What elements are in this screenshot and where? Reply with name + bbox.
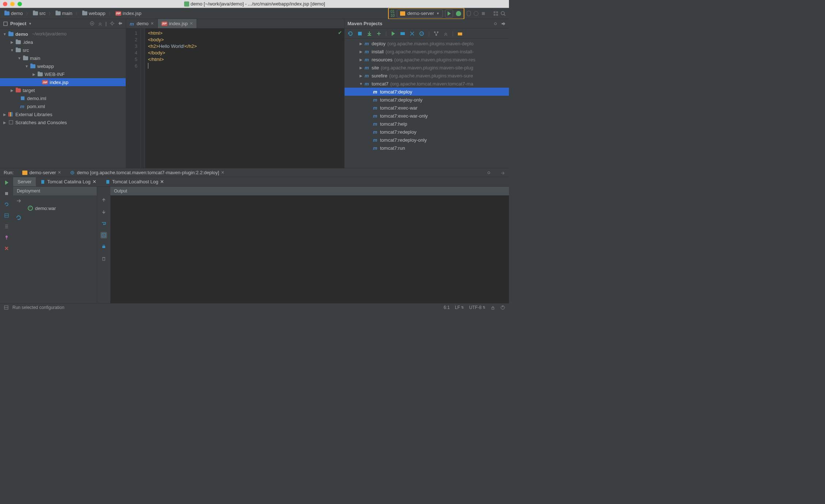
close-window-button[interactable] [3,2,7,6]
expand-arrow-icon[interactable] [10,48,14,52]
tree-node-src[interactable]: src [0,46,126,54]
run-subtab-server[interactable]: Server [13,177,36,186]
collapse-all-icon[interactable] [443,31,449,37]
expand-arrow-icon[interactable] [18,56,21,60]
editor-tab-indexjsp[interactable]: JSP index.jsp ✕ [158,19,197,28]
maven-goal-tomcat7-redeploy-only[interactable]: mtomcat7:redeploy-only [345,136,509,144]
breadcrumb-item[interactable]: main [54,11,74,16]
file-encoding[interactable]: UTF-8⇅ [469,305,486,310]
gear-icon[interactable] [486,170,491,175]
maven-goal-tomcat7-redeploy[interactable]: mtomcat7:redeploy [345,128,509,136]
stop-button[interactable] [3,190,10,197]
deployment-item[interactable]: demo:war [24,195,60,221]
breadcrumb-item[interactable]: src [31,11,47,16]
stop-button[interactable] [480,11,486,16]
close-button[interactable] [3,245,10,252]
maven-tree[interactable]: mdeploy (org.apache.maven.plugins:maven-… [345,39,509,168]
tree-node-target[interactable]: target [0,86,126,94]
up-button[interactable] [100,197,107,203]
code-content[interactable]: <html> <body> <h2>Hello World!</h2> </bo… [145,28,344,168]
maximize-window-button[interactable] [18,2,22,6]
run-subtab-localhost-log[interactable]: Tomcat Localhost Log✕ [101,177,168,186]
breadcrumb-item[interactable]: webapp [81,11,107,16]
rerun-button[interactable] [3,179,10,186]
tree-node-main[interactable]: main [0,54,126,62]
refresh-deployment-button[interactable] [15,214,22,221]
reimport-icon[interactable] [347,31,353,37]
update-folders-icon[interactable] [419,31,425,37]
maven-plugin-deploy[interactable]: mdeploy (org.apache.maven.plugins:maven-… [345,39,509,47]
layout-button[interactable] [3,212,10,219]
download-icon[interactable] [366,31,372,37]
fold-gutter[interactable] [141,28,145,168]
restart-button[interactable] [3,201,10,208]
maven-goal-tomcat7-deploy[interactable]: mtomcat7:deploy [345,88,509,96]
profile-button[interactable] [473,11,479,16]
locate-icon[interactable] [90,21,95,26]
maven-goal-tomcat7-exec-war-only[interactable]: mtomcat7:exec-war-only [345,112,509,120]
expand-arrow-icon[interactable] [3,32,7,36]
print-button[interactable] [100,244,107,250]
minimize-window-button[interactable] [10,2,15,6]
tree-node-demo[interactable]: demo ~/work/java/demo [0,30,126,38]
maven-plugin-tomcat7[interactable]: mtomcat7 (org.apache.tomcat.maven:tomcat… [345,80,509,88]
generate-sources-icon[interactable] [357,31,363,37]
close-icon[interactable]: ✕ [92,179,96,184]
close-icon[interactable]: ✕ [190,21,193,26]
soft-wrap-button[interactable] [100,220,107,227]
breadcrumb-item[interactable]: demo [3,11,24,16]
project-panel-title[interactable]: Project ▼ [3,21,90,26]
breadcrumb-item[interactable]: JSPindex.jsp [114,11,143,16]
maven-panel-title[interactable]: Maven Projects [347,21,493,26]
dump-threads-button[interactable] [3,223,10,230]
inspection-profile-icon[interactable] [500,305,505,310]
hide-icon[interactable] [118,21,123,26]
expand-arrow-icon[interactable] [10,40,14,44]
close-icon[interactable]: ✕ [151,21,154,26]
execute-goal-icon[interactable] [400,31,406,37]
run-subtab-catalina-log[interactable]: Tomcat Catalina Log✕ [36,177,101,186]
maven-settings-icon[interactable] [457,31,463,37]
expand-arrow-icon[interactable] [10,88,14,92]
maven-plugin-site[interactable]: msite (org.apache.maven.plugins:maven-si… [345,64,509,72]
run-maven-icon[interactable] [390,31,396,37]
tree-node-webapp[interactable]: webapp [0,62,126,70]
tree-node-webinf[interactable]: WEB-INF [0,70,126,78]
clear-button[interactable] [100,255,107,262]
hide-icon[interactable] [501,21,506,26]
tree-node-external-libraries[interactable]: External Libraries [0,110,126,118]
caret-position[interactable]: 6:1 [444,305,450,310]
run-tab-maven-deploy[interactable]: demo [org.apache.tomcat.maven:tomcat7-ma… [70,170,224,175]
gear-icon[interactable] [110,21,115,26]
project-structure-button[interactable] [493,11,499,16]
maven-plugin-resources[interactable]: mresources (org.apache.maven.plugins:mav… [345,56,509,64]
expand-arrow-icon[interactable] [32,72,36,76]
maven-goal-tomcat7-help[interactable]: mtomcat7:help [345,120,509,128]
status-bar-icon[interactable] [4,305,9,310]
maven-goal-tomcat7-run[interactable]: mtomcat7:run [345,144,509,152]
maven-plugin-install[interactable]: minstall (org.apache.maven.plugins:maven… [345,47,509,56]
pin-button[interactable] [3,234,10,241]
run-tab-demo-server[interactable]: demo-server ✕ [22,170,61,175]
collapse-all-icon[interactable] [98,21,103,26]
debug-button[interactable] [455,11,462,16]
maven-plugin-surefire[interactable]: msurefire (org.apache.maven.plugins:mave… [345,72,509,80]
add-icon[interactable] [376,31,382,37]
deploy-button[interactable] [15,198,22,204]
close-icon[interactable]: ✕ [160,179,164,184]
expand-arrow-icon[interactable] [3,112,7,117]
tree-node-indexjsp[interactable]: JSP index.jsp [0,78,126,86]
toggle-offline-icon[interactable] [409,31,415,37]
close-icon[interactable]: ✕ [221,170,224,175]
run-button[interactable] [445,9,453,18]
down-button[interactable] [100,209,107,215]
coverage-button[interactable] [466,11,472,16]
run-config-dropdown[interactable]: demo-server ▼ [397,9,443,18]
maven-goal-tomcat7-exec-war[interactable]: mtomcat7:exec-war [345,104,509,112]
search-button[interactable] [500,11,506,16]
project-tree[interactable]: demo ~/work/java/demo .idea src main [0,28,126,168]
output-console[interactable] [110,195,509,303]
gear-icon[interactable] [493,21,498,26]
maven-goal-tomcat7-deploy-only[interactable]: mtomcat7:deploy-only [345,96,509,104]
hide-icon[interactable] [500,170,505,175]
